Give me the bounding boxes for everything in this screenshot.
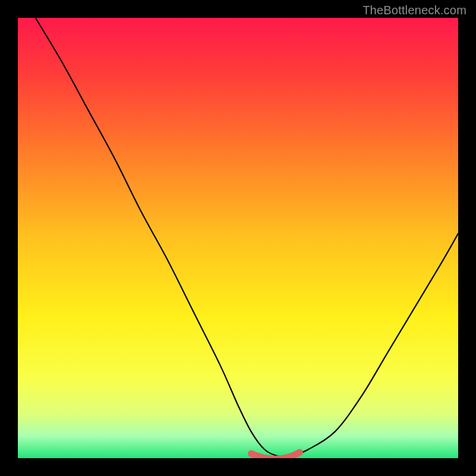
chart-svg: [18, 18, 458, 458]
chart-frame: TheBottleneck.com: [0, 0, 476, 476]
watermark-text: TheBottleneck.com: [362, 4, 466, 17]
gradient-background: [18, 18, 458, 458]
plot-area: [18, 18, 458, 458]
optimal-range-start-dot: [248, 450, 255, 457]
optimal-range-end-dot: [296, 449, 303, 456]
